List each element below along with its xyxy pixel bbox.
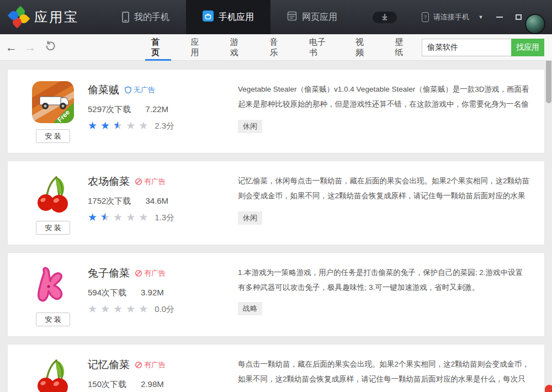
toolbar: ← → 首页 应用 游戏 音乐 电子书 视频 壁纸 找应用 <box>0 34 552 61</box>
tab-phone-apps[interactable]: 手机应用 <box>186 0 270 34</box>
refresh-button[interactable] <box>45 40 56 54</box>
download-count: 1752次下载 <box>88 196 131 206</box>
nav-music[interactable]: 音乐 <box>257 34 296 61</box>
score: 1.3分 <box>155 213 174 223</box>
ad-badge: 有广告 <box>135 177 166 187</box>
ad-label: 有广告 <box>144 177 166 187</box>
app-description: 1.本游戏为一策略游戏，用户的任务是打击偷菜的兔子，保护自己的菜园; 2.游戏中… <box>238 265 530 295</box>
app-name[interactable]: 农场偷菜 <box>88 174 130 189</box>
nav-ebooks[interactable]: 电子书 <box>296 34 343 61</box>
app-card: Free 安 装 <box>7 344 545 392</box>
app-list: Free 安 装 <box>0 61 552 392</box>
main-menu-button[interactable]: ▼ <box>474 11 488 23</box>
no-ads-slash-icon <box>135 178 142 186</box>
connect-hint-label: 请连接手机 <box>433 12 469 22</box>
app-description: Vegetable Stealer（偷菜贼）v1.0.4 Vegetable S… <box>238 82 530 113</box>
web-page-icon <box>287 11 297 23</box>
shield-icon <box>124 86 132 94</box>
scrollbar-thumb[interactable] <box>546 61 551 103</box>
history-controls: ← → <box>6 40 56 54</box>
connect-phone-status[interactable]: ? 请连接手机 <box>422 12 469 22</box>
ad-badge: 有广告 <box>135 360 166 370</box>
no-ads-slash-icon <box>135 269 142 277</box>
user-avatar[interactable] <box>525 14 545 34</box>
nav-home[interactable]: 首页 <box>139 34 178 61</box>
ad-label: 无广告 <box>134 85 155 95</box>
app-size: 7.22M <box>145 104 168 115</box>
minimize-button[interactable] <box>492 11 507 23</box>
search-input[interactable] <box>422 39 511 56</box>
app-icon[interactable]: Free <box>32 264 74 306</box>
star-rating: ★★★★★★ <box>88 120 151 131</box>
titlebar: 应用宝 我的手机 手机应用 网页应用 ? 请连接手机 ▼ ✕ <box>0 0 552 34</box>
ad-badge: 有广告 <box>135 268 166 278</box>
tab-web-apps[interactable]: 网页应用 <box>270 0 354 34</box>
app-icon[interactable]: Free <box>32 356 74 392</box>
score: 0.0分 <box>155 304 174 315</box>
app-icon[interactable]: Free <box>32 173 74 215</box>
nav-wallpaper[interactable]: 壁纸 <box>383 34 422 61</box>
search-button[interactable]: 找应用 <box>511 39 544 56</box>
tab-label: 手机应用 <box>219 12 254 23</box>
titlebar-tabs: 我的手机 手机应用 网页应用 <box>105 0 354 34</box>
no-ads-slash-icon <box>135 361 142 369</box>
ad-badge: 无广告 <box>124 85 155 95</box>
section-nav: 首页 应用 游戏 音乐 电子书 视频 壁纸 <box>139 34 422 61</box>
star-rating: ★★★★★★ <box>88 212 151 223</box>
ad-label: 有广告 <box>144 360 166 370</box>
star-rating: ★★★★★ <box>88 304 151 315</box>
app-card: Free 安 装 <box>7 69 545 153</box>
category-tag[interactable]: 战略 <box>238 302 262 315</box>
app-card: Free 安 装 <box>7 161 545 245</box>
app-size: 3.92M <box>141 288 164 298</box>
tab-label: 网页应用 <box>302 12 337 23</box>
download-arrow-icon <box>381 14 388 20</box>
tab-my-phone[interactable]: 我的手机 <box>105 0 186 34</box>
search-bar: 找应用 <box>422 39 544 56</box>
app-size: 2.98M <box>141 379 164 390</box>
category-tag[interactable]: 休闲 <box>238 211 262 225</box>
app-icon[interactable]: Free <box>32 81 74 123</box>
download-count: 150次下载 <box>88 379 126 390</box>
app-description: 每点击一颗幼苗，藏在后面的果实会出现。如果2个果实相同，这2颗幼苗则会变成金币，… <box>238 357 530 388</box>
maximize-button[interactable] <box>511 11 526 23</box>
tab-label: 我的手机 <box>134 12 169 23</box>
install-button[interactable]: 安 装 <box>36 312 70 326</box>
app-name[interactable]: 记忆偷菜 <box>88 358 130 372</box>
app-card: Free 安 装 <box>7 252 545 337</box>
pinwheel-logo-icon <box>9 7 29 27</box>
nav-apps[interactable]: 应用 <box>178 34 217 61</box>
back-button[interactable]: ← <box>6 41 17 54</box>
app-name[interactable]: 兔子偷菜 <box>88 266 130 280</box>
nav-video[interactable]: 视频 <box>343 34 382 61</box>
download-manager-button[interactable] <box>373 12 397 23</box>
connect-phone-icon: ? <box>422 12 429 22</box>
install-button[interactable]: 安 装 <box>36 129 70 143</box>
install-button[interactable]: 安 装 <box>36 221 70 235</box>
app-title: 应用宝 <box>34 8 79 26</box>
app-name[interactable]: 偷菜贼 <box>88 83 119 97</box>
ad-label: 有广告 <box>144 268 166 278</box>
floating-badge[interactable] <box>545 385 552 392</box>
download-count: 594次下载 <box>88 288 126 298</box>
app-description: 记忆偷菜，休闲每点击一颗幼苗，藏在后面的果实会出现。如果2个果实相同，这2颗幼苗… <box>238 173 530 204</box>
download-count: 5297次下载 <box>88 104 131 115</box>
forward-button[interactable]: → <box>24 41 36 54</box>
bag-icon <box>203 10 214 24</box>
app-size: 34.6M <box>145 196 168 206</box>
phone-icon <box>122 12 129 23</box>
nav-games[interactable]: 游戏 <box>217 34 257 61</box>
score: 2.3分 <box>155 121 174 131</box>
category-tag[interactable]: 休闲 <box>238 120 262 133</box>
app-logo: 应用宝 <box>0 0 79 34</box>
